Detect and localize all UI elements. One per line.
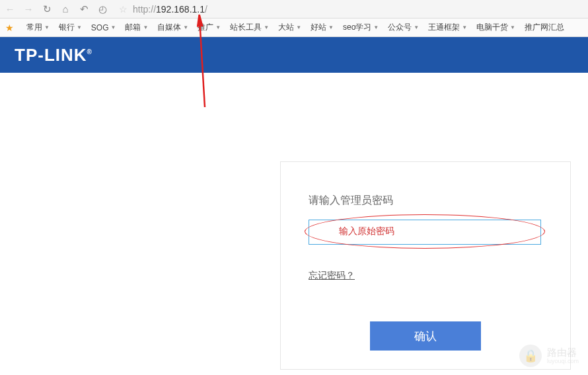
bookmark-item[interactable]: 银行▼ xyxy=(54,20,87,35)
undo-button[interactable]: ↶ xyxy=(78,3,90,15)
login-title: 请输入管理员密码 xyxy=(309,194,542,208)
favorite-star-icon[interactable]: ☆ xyxy=(119,4,128,15)
watermark: 🔒 路由器 luyouqi.com xyxy=(519,345,579,367)
address-bar[interactable]: ☆ http://192.168.1.1/ xyxy=(115,4,584,15)
bookmark-item[interactable]: 公众号▼ xyxy=(383,20,423,35)
forward-button[interactable]: → xyxy=(22,3,34,15)
bookmarks-star-icon[interactable]: ★ xyxy=(5,22,14,33)
watermark-icon: 🔒 xyxy=(519,345,542,367)
bookmark-item[interactable]: SOG▼ xyxy=(87,21,121,34)
browser-nav-bar: ← → ↻ ⌂ ↶ ◴ ☆ http://192.168.1.1/ xyxy=(0,0,588,19)
bookmarks-bar: ★ 常用▼银行▼SOG▼邮箱▼自媒体▼推广▼站长工具▼大站▼好站▼seo学习▼公… xyxy=(0,19,588,37)
bookmark-item[interactable]: 推广网汇总 xyxy=(520,20,569,35)
password-field-wrap: 输入原始密码 xyxy=(309,220,542,245)
bookmark-item[interactable]: 好站▼ xyxy=(306,20,338,35)
url-text: http://192.168.1.1/ xyxy=(133,4,207,15)
bookmark-item[interactable]: 自媒体▼ xyxy=(153,20,193,35)
tplink-logo: TP-LINK® xyxy=(15,45,92,65)
bookmark-item[interactable]: 王通框架▼ xyxy=(423,20,472,35)
home-button[interactable]: ⌂ xyxy=(59,3,71,15)
watermark-text: 路由器 xyxy=(547,347,579,358)
bookmark-item[interactable]: 常用▼ xyxy=(22,20,54,35)
bookmark-item[interactable]: 站长工具▼ xyxy=(225,20,274,35)
bookmark-item[interactable]: 邮箱▼ xyxy=(120,20,153,35)
watermark-subtext: luyouqi.com xyxy=(547,358,579,364)
clock-button[interactable]: ◴ xyxy=(96,3,108,15)
reload-button[interactable]: ↻ xyxy=(41,3,53,15)
login-panel: 请输入管理员密码 输入原始密码 忘记密码？ 确认 xyxy=(280,161,571,370)
page-header: TP-LINK® xyxy=(0,37,588,73)
back-button[interactable]: ← xyxy=(4,3,16,15)
forgot-password-link[interactable]: 忘记密码？ xyxy=(309,270,355,282)
bookmark-item[interactable]: 电脑干货▼ xyxy=(472,20,520,35)
bookmark-item[interactable]: 大站▼ xyxy=(274,20,306,35)
confirm-button[interactable]: 确认 xyxy=(370,321,481,351)
bookmark-item[interactable]: 推广▼ xyxy=(193,20,225,35)
bookmark-item[interactable]: seo学习▼ xyxy=(338,20,383,35)
password-input[interactable] xyxy=(309,220,541,245)
